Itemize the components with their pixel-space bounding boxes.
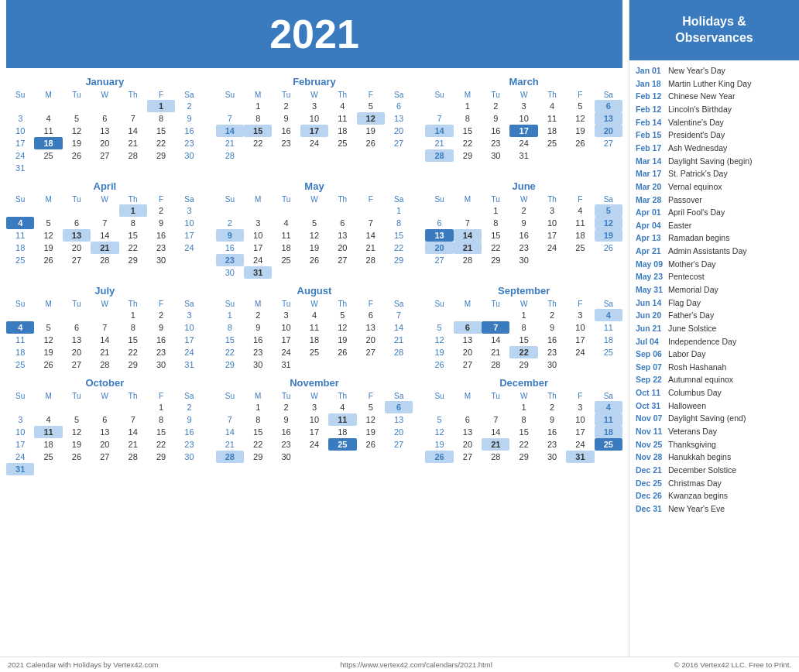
calendar-day: 1 [385, 204, 413, 217]
calendar-table: SuMTuWThFSa12345678910111213141516171819… [6, 90, 204, 174]
weekday-header: F [357, 299, 385, 309]
calendar-day: 12 [357, 112, 385, 125]
calendar-day: 23 [272, 137, 300, 149]
calendar-day: 28 [425, 149, 453, 162]
weekday-header: Th [119, 299, 147, 309]
calendar-day: 3 [6, 112, 34, 125]
calendar-day: 13 [595, 112, 622, 125]
calendar-day: 9 [147, 217, 175, 229]
month-block-july: JulySuMTuWThFSa1234567891011121314151617… [6, 285, 204, 371]
calendar-day: 8 [147, 413, 175, 426]
calendar-day: 14 [216, 125, 244, 137]
weekday-header: Su [216, 299, 244, 309]
calendar-day: 31 [509, 149, 537, 162]
weekday-header: Tu [482, 391, 509, 401]
calendar-day: 13 [63, 229, 91, 242]
calendar-day [566, 149, 594, 162]
calendar-day: 14 [357, 229, 385, 242]
weekday-header: Sa [175, 391, 203, 401]
calendar-day [34, 463, 62, 475]
holiday-name: Pentecost [668, 272, 705, 283]
calendar-day: 24 [272, 346, 300, 358]
calendar-day: 12 [63, 125, 91, 137]
calendar-day: 10 [538, 217, 566, 229]
calendar-day: 18 [328, 426, 356, 438]
month-title: June [425, 180, 622, 192]
calendar-day: 26 [63, 451, 91, 463]
weekday-header: W [509, 90, 537, 100]
weekday-header: M [244, 299, 272, 309]
calendar-day: 5 [63, 112, 91, 125]
calendar-day: 30 [244, 358, 272, 371]
calendar-day [300, 204, 328, 217]
calendar-day [6, 401, 34, 413]
holiday-date: Sep 22 [636, 375, 665, 386]
calendar-day: 4 [300, 309, 328, 321]
calendar-day: 5 [357, 401, 385, 413]
calendar-day: 28 [482, 451, 509, 463]
calendar-day: 29 [509, 358, 537, 371]
calendar-day: 1 [147, 100, 175, 112]
calendar-day: 3 [300, 401, 328, 413]
calendar-day: 23 [244, 346, 272, 358]
weekday-header: W [509, 299, 537, 309]
calendar-table: SuMTuWThFSa12345678910111213141516171819… [425, 299, 622, 371]
calendar-day: 12 [34, 229, 62, 242]
holiday-name: Easter [668, 221, 691, 231]
calendar-day [300, 266, 328, 279]
calendar-day: 1 [119, 309, 147, 321]
calendar-day: 22 [119, 346, 147, 358]
calendar-day: 29 [216, 358, 244, 371]
calendar-day: 9 [272, 413, 300, 426]
weekday-header: W [300, 299, 328, 309]
weekday-header: Sa [385, 299, 413, 309]
calendar-day: 12 [357, 413, 385, 426]
calendar-day: 20 [328, 242, 356, 254]
calendar-day [538, 254, 566, 266]
weekday-header: Th [119, 391, 147, 401]
calendar-day: 19 [34, 242, 62, 254]
calendar-day: 19 [63, 438, 91, 451]
calendar-day: 29 [119, 358, 147, 371]
calendar-day: 5 [34, 217, 62, 229]
weekday-header: F [566, 90, 594, 100]
calendar-day [300, 451, 328, 463]
calendar-day [91, 162, 118, 174]
calendar-day: 23 [216, 254, 244, 266]
weekday-header: M [34, 391, 62, 401]
weekday-header: W [509, 194, 537, 204]
calendar-day: 7 [216, 112, 244, 125]
calendar-day: 17 [6, 438, 34, 451]
month-block-march: MarchSuMTuWThFSa123456789101112131415161… [425, 76, 622, 174]
holiday-name: June Solstice [668, 324, 716, 334]
weekday-header: F [147, 90, 175, 100]
holiday-item: Mar 20Vernal equinox [636, 180, 793, 194]
calendar-day: 15 [147, 426, 175, 438]
calendar-day: 6 [385, 401, 413, 413]
year-header: 2021 [6, 0, 622, 68]
calendar-day: 8 [216, 321, 244, 334]
holiday-name: Veterans Day [668, 427, 717, 437]
calendar-day: 9 [175, 112, 203, 125]
calendar-day: 30 [272, 451, 300, 463]
holiday-item: Oct 11Columbus Day [636, 387, 793, 400]
calendar-day: 10 [300, 112, 328, 125]
calendar-day: 24 [566, 438, 594, 451]
calendar-day: 18 [595, 426, 622, 438]
calendar-day: 1 [454, 100, 482, 112]
calendar-day: 25 [328, 137, 356, 149]
holiday-date: Dec 25 [636, 478, 665, 489]
calendar-day: 26 [425, 451, 453, 463]
calendar-day: 19 [63, 137, 91, 149]
calendar-day: 15 [244, 426, 272, 438]
calendar-day: 25 [300, 346, 328, 358]
holiday-date: May 31 [636, 285, 665, 296]
holiday-name: St. Patrick's Day [668, 169, 728, 180]
calendar-day: 24 [509, 137, 537, 149]
calendar-day: 7 [91, 321, 118, 334]
calendar-day: 27 [425, 254, 453, 266]
calendar-day: 9 [244, 321, 272, 334]
holiday-date: Feb 15 [636, 130, 665, 141]
calendar-day: 8 [385, 217, 413, 229]
weekday-header: W [91, 90, 118, 100]
